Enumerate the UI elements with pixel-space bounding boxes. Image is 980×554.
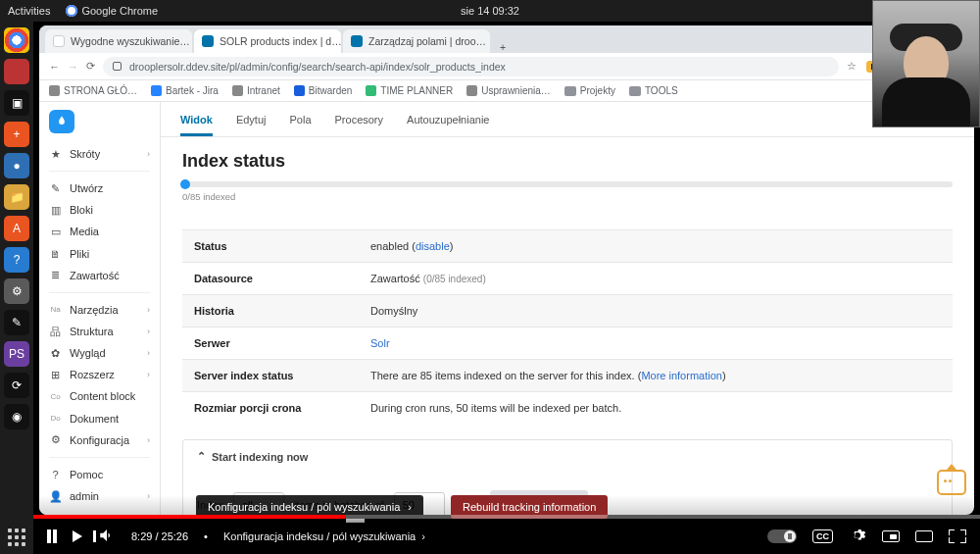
sidebar-item-config[interactable]: ⚙Konfiguracja› [39, 429, 160, 451]
dock-chrome[interactable] [4, 27, 29, 53]
dock-show-apps[interactable] [8, 529, 25, 546]
favicon-icon [202, 35, 214, 47]
sidebar-item-contentblock[interactable]: CoContent block [39, 385, 160, 407]
clock[interactable]: sie 14 09:32 [461, 5, 519, 17]
chrome-toolbar: ← → ⟳ drooplersolr.ddev.site/pl/admin/co… [39, 53, 974, 80]
chevron-up-icon: ⌃ [197, 450, 206, 463]
sidebar-item-shortcuts[interactable]: ★Skróty › [39, 143, 160, 165]
yt-miniplayer-button[interactable] [882, 530, 900, 542]
server-link[interactable]: Solr [370, 337, 390, 349]
yt-next-button[interactable] [73, 530, 82, 542]
chrome-window: Wygodne wyszukiwanie… × SOLR products in… [39, 25, 974, 515]
dock-app-3[interactable]: ● [4, 153, 29, 178]
row-status: Status enabled (disable) [182, 229, 953, 262]
collapsible-header[interactable]: ⌃ Start indexing now [183, 440, 952, 473]
tab-processors[interactable]: Procesory [335, 108, 384, 136]
chevron-right-icon: › [147, 149, 150, 159]
favicon-icon [351, 35, 363, 47]
sidebar-item-help[interactable]: ?Pomoc [39, 464, 160, 485]
chrome-tab-1[interactable]: SOLR products index | d… × [194, 29, 341, 53]
drupal-logo[interactable] [49, 110, 74, 133]
yt-chapter-label[interactable]: Konfiguracja indeksu / pól wyszukiwania› [223, 530, 425, 542]
row-history: Historia Domyślny [182, 294, 953, 327]
row-server: Serwer Solr [182, 327, 953, 359]
admin-tabs: Widok Edytuj Pola Procesory Autouzupełni… [161, 102, 974, 137]
dock-app-5[interactable]: ⟳ [4, 373, 29, 398]
tab-title: Wygodne wyszukiwanie… [71, 35, 190, 47]
star-icon[interactable]: ☆ [847, 60, 857, 73]
active-app-label: Google Chrome [81, 5, 158, 17]
bookmark-item[interactable]: TIME PLANNER [366, 85, 453, 96]
bookmark-item[interactable]: Intranet [232, 85, 280, 96]
yt-pause-button[interactable] [47, 529, 57, 543]
sidebar-item-extend[interactable]: ⊞Rozszerz› [39, 364, 160, 385]
tab-fields[interactable]: Pola [289, 108, 311, 136]
dock-app-2[interactable]: + [4, 122, 29, 147]
tab-view[interactable]: Widok [180, 108, 213, 136]
bookmarks-bar: STRONA GŁÓ… Bartek - Jira Intranet Bitwa… [39, 80, 974, 102]
url-text: drooplersolr.ddev.site/pl/admin/config/s… [129, 61, 506, 73]
sidebar-item-media[interactable]: ▭Media [39, 221, 160, 242]
bookmark-folder[interactable]: TOOLS [629, 85, 678, 96]
nav-back-icon[interactable]: ← [49, 61, 60, 73]
progress-dot [180, 179, 190, 189]
row-datasource: Datasource Zawartość (0/85 indexed) [182, 262, 953, 294]
page-title: Index status [182, 151, 953, 172]
admin-main: Widok Edytuj Pola Procesory Autouzupełni… [161, 102, 974, 515]
yt-autoplay-toggle[interactable] [767, 529, 797, 543]
yt-settings-button[interactable] [849, 527, 866, 546]
progress-label: 0/85 indexed [182, 191, 953, 202]
nav-forward-icon[interactable]: → [68, 61, 78, 73]
sidebar-item-tools[interactable]: NaNarzędzia› [39, 299, 160, 321]
tab-title: Zarządzaj polami | droo… [368, 35, 486, 47]
sidebar-item-structure[interactable]: 品Struktura› [39, 321, 160, 342]
channel-watermark[interactable] [937, 470, 966, 495]
disable-link[interactable]: disable [416, 240, 450, 252]
bookmark-item[interactable]: Usprawnienia… [466, 85, 551, 96]
chrome-tab-2[interactable]: Zarządzaj polami | droo… × [343, 29, 490, 53]
chrome-tab-strip: Wygodne wyszukiwanie… × SOLR products in… [39, 25, 974, 53]
dock-ide[interactable]: PS [4, 341, 29, 367]
dock-terminal[interactable]: ▣ [4, 90, 29, 116]
dock-app-1[interactable] [4, 59, 29, 84]
admin-sidebar: ★Skróty › ✎Utwórz ▥Bloki ▭Media 🗎Pliki ≣… [39, 102, 161, 515]
tab-title: SOLR products index | d… [220, 35, 341, 47]
yt-cc-button[interactable]: CC [812, 529, 833, 543]
index-progress-bar [182, 181, 953, 187]
chrome-icon [66, 5, 77, 17]
more-info-link[interactable]: More information [641, 370, 722, 381]
sidebar-item-document[interactable]: DoDokument [39, 408, 160, 429]
sidebar-item-blocks[interactable]: ▥Bloki [39, 199, 160, 221]
favicon-icon [53, 35, 65, 47]
tab-autocomplete[interactable]: Autouzupełnianie [407, 108, 489, 136]
bookmark-item[interactable]: Bitwarden [294, 85, 352, 96]
dock-settings[interactable]: ⚙ [4, 278, 29, 304]
dock-software[interactable]: A [4, 216, 29, 241]
sidebar-item-content[interactable]: ≣Zawartość [39, 265, 160, 286]
nav-reload-icon[interactable]: ⟳ [86, 60, 95, 73]
bookmark-folder[interactable]: Projekty [564, 85, 615, 96]
site-info-icon[interactable] [113, 62, 122, 71]
bookmark-item[interactable]: Bartek - Jira [151, 85, 219, 96]
dock-app-4[interactable]: ✎ [4, 310, 29, 335]
address-bar[interactable]: drooplersolr.ddev.site/pl/admin/config/s… [103, 57, 839, 76]
yt-controls: 8:29 / 25:26 • Konfiguracja indeksu / pó… [33, 519, 980, 554]
bookmark-item[interactable]: STRONA GŁÓ… [49, 85, 137, 96]
dock-files[interactable]: 📁 [4, 184, 29, 210]
tab-edit[interactable]: Edytuj [236, 108, 267, 136]
sidebar-item-files[interactable]: 🗎Pliki [39, 243, 160, 265]
dock-help[interactable]: ? [4, 247, 29, 273]
yt-volume-button[interactable] [98, 527, 116, 546]
yt-fullscreen-button[interactable] [949, 529, 966, 543]
chrome-tab-0[interactable]: Wygodne wyszukiwanie… × [45, 29, 192, 53]
star-icon: ★ [49, 148, 62, 161]
ubuntu-dock: ▣ + ● 📁 A ? ⚙ ✎ PS ⟳ ◉ [0, 22, 33, 554]
sidebar-item-create[interactable]: ✎Utwórz [39, 177, 160, 199]
yt-theatre-button[interactable] [915, 530, 933, 542]
activities-label[interactable]: Activities [8, 5, 50, 17]
dock-obs[interactable]: ◉ [4, 404, 29, 429]
new-tab-button[interactable]: + [492, 41, 514, 53]
sidebar-item-appearance[interactable]: ✿Wygląd› [39, 342, 160, 364]
yt-time-display: 8:29 / 25:26 [131, 530, 188, 542]
row-server-index: Server index status There are 85 items i… [182, 359, 953, 391]
